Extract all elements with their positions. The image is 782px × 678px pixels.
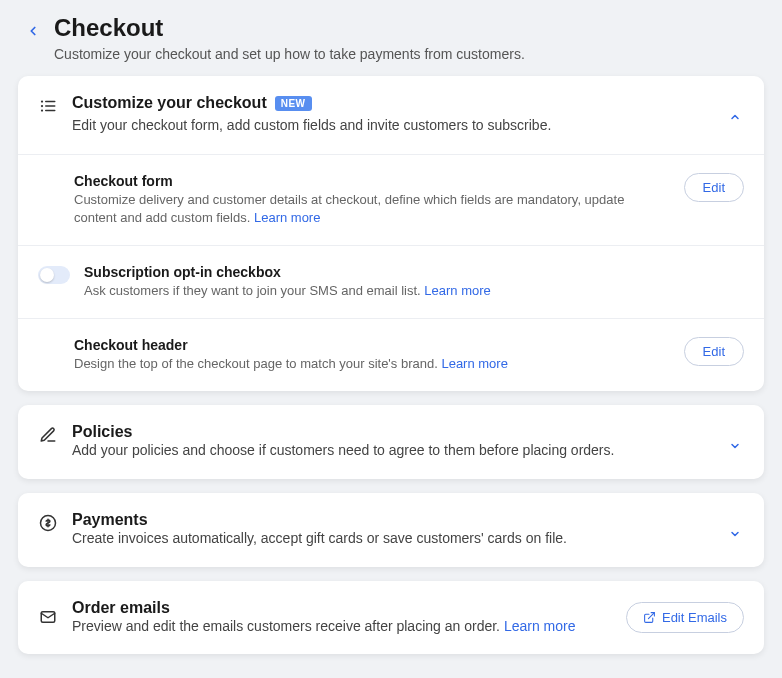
card-title-payments: Payments xyxy=(72,511,712,529)
learn-more-link[interactable]: Learn more xyxy=(254,210,320,225)
card-order-emails: Order emails Preview and edit the emails… xyxy=(18,581,764,655)
learn-more-link[interactable]: Learn more xyxy=(504,618,576,634)
row-desc-checkout-header: Design the top of the checkout page to m… xyxy=(74,355,670,373)
card-header-payments[interactable]: Payments Create invoices automatically, … xyxy=(18,493,764,567)
chevron-down-icon xyxy=(726,525,744,543)
row-checkout-form: Checkout form Customize delivery and cus… xyxy=(18,154,764,245)
row-title-checkout-header: Checkout header xyxy=(74,337,670,353)
email-icon xyxy=(38,607,58,627)
edit-checkout-header-button[interactable]: Edit xyxy=(684,337,744,366)
chevron-down-icon xyxy=(726,437,744,455)
row-desc-checkout-form: Customize delivery and customer details … xyxy=(74,191,670,227)
page-title: Checkout xyxy=(54,14,525,42)
svg-line-8 xyxy=(648,612,654,618)
card-header-emails: Order emails Preview and edit the emails… xyxy=(18,581,764,655)
payments-icon xyxy=(38,513,58,533)
back-button[interactable] xyxy=(22,20,44,42)
external-link-icon xyxy=(643,611,656,624)
card-policies: Policies Add your policies and choose if… xyxy=(18,405,764,479)
policies-icon xyxy=(38,425,58,445)
card-subtitle-customize: Edit your checkout form, add custom fiel… xyxy=(72,116,712,136)
edit-checkout-form-button[interactable]: Edit xyxy=(684,173,744,202)
page-header: Checkout Customize your checkout and set… xyxy=(18,14,764,62)
subscription-toggle[interactable] xyxy=(38,266,70,284)
card-title-customize: Customize your checkout xyxy=(72,94,267,112)
card-header-customize[interactable]: Customize your checkout NEW Edit your ch… xyxy=(18,76,764,154)
row-checkout-header: Checkout header Design the top of the ch… xyxy=(18,318,764,391)
row-subscription-optin: Subscription opt-in checkbox Ask custome… xyxy=(18,245,764,318)
card-title-policies: Policies xyxy=(72,423,712,441)
card-header-policies[interactable]: Policies Add your policies and choose if… xyxy=(18,405,764,479)
chevron-up-icon xyxy=(726,108,744,126)
checkout-form-icon xyxy=(38,96,58,116)
chevron-left-icon xyxy=(26,24,40,38)
card-subtitle-policies: Add your policies and choose if customer… xyxy=(72,441,712,461)
svg-point-4 xyxy=(41,105,43,107)
card-subtitle-emails: Preview and edit the emails customers re… xyxy=(72,617,612,637)
learn-more-link[interactable]: Learn more xyxy=(441,356,507,371)
card-customize-checkout: Customize your checkout NEW Edit your ch… xyxy=(18,76,764,391)
edit-emails-button[interactable]: Edit Emails xyxy=(626,602,744,633)
badge-new: NEW xyxy=(275,96,312,111)
page-subtitle: Customize your checkout and set up how t… xyxy=(54,46,525,62)
learn-more-link[interactable]: Learn more xyxy=(424,283,490,298)
row-desc-subscription: Ask customers if they want to join your … xyxy=(84,282,744,300)
card-subtitle-payments: Create invoices automatically, accept gi… xyxy=(72,529,712,549)
card-payments: Payments Create invoices automatically, … xyxy=(18,493,764,567)
row-title-subscription: Subscription opt-in checkbox xyxy=(84,264,744,280)
svg-point-3 xyxy=(41,100,43,102)
row-title-checkout-form: Checkout form xyxy=(74,173,670,189)
svg-point-5 xyxy=(41,109,43,111)
card-title-emails: Order emails xyxy=(72,599,612,617)
